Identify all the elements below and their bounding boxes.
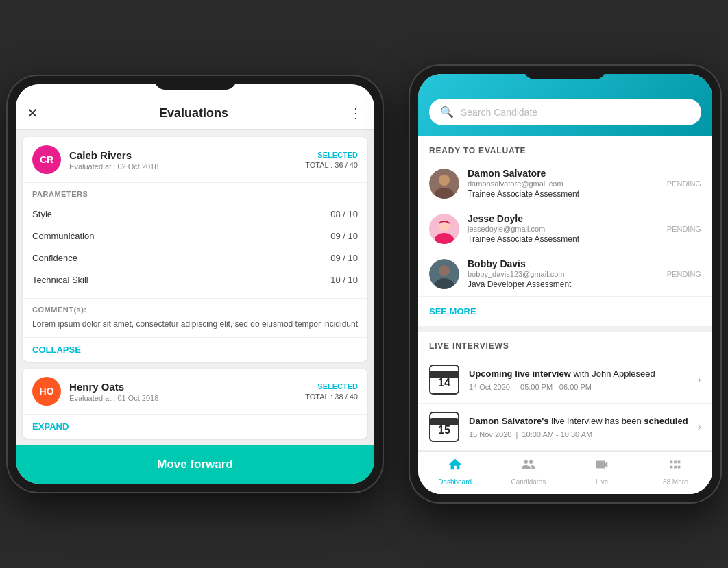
selected-badge-2: SELECTED	[305, 382, 358, 391]
eval-total-1: TOTAL : 36 / 40	[305, 161, 358, 169]
interview-time-1: 14 Oct 2020 | 05:00 PM - 06:00 PM	[469, 383, 688, 391]
candidate-email-damon: damonsalvatore@gmail.com	[468, 180, 659, 188]
search-icon: 🔍	[440, 106, 454, 119]
evaluation-card-1: CR Caleb Rivers Evaluated at : 02 Oct 20…	[23, 137, 367, 362]
candidates-svg	[521, 457, 536, 472]
candidate-item-jesse[interactable]: Jesse Doyle jessedoyle@gmail.com Trainee…	[418, 206, 712, 251]
nav-item-dashboard[interactable]: Dashboard	[418, 457, 492, 486]
svg-point-1	[439, 175, 450, 186]
search-bar[interactable]: 🔍 Search Candidate	[429, 99, 701, 125]
nav-item-live[interactable]: Live	[565, 457, 638, 486]
candidate-name-jesse: Jesse Doyle	[468, 213, 659, 224]
calendar-icon-1: 14	[429, 365, 459, 395]
more-svg	[668, 457, 683, 472]
avatar-damon	[429, 169, 459, 199]
collapse-button[interactable]: COLLAPSE	[23, 337, 367, 362]
card1-date: Evaluated at : 02 Oct 2018	[69, 162, 297, 171]
calendar-icon-2: 15	[429, 412, 459, 442]
card1-name: Caleb Rivers	[69, 149, 297, 161]
param-technical: Technical Skill 10 / 10	[32, 269, 358, 291]
candidate-assessment-bobby: Java Developer Assessment	[468, 280, 659, 289]
candidate-info-jesse: Jesse Doyle jessedoyle@gmail.com Trainee…	[468, 213, 659, 244]
param-technical-label: Technical Skill	[32, 275, 88, 285]
avatar-cr: CR	[32, 145, 61, 174]
comments-text: Lorem ipsum dolor sit amet, consectetur …	[32, 318, 358, 330]
cal-date-1: 14	[438, 378, 450, 388]
param-style: Style 08 / 10	[32, 203, 358, 225]
live-interviews-section: LIVE INTERVIEWS 14 Upcoming live intervi…	[418, 332, 712, 451]
card1-info: Caleb Rivers Evaluated at : 02 Oct 2018	[69, 149, 297, 171]
param-style-score: 08 / 10	[330, 209, 358, 219]
avatar-damon-svg	[429, 169, 459, 199]
candidate-info-bobby: Bobby Davis bobby_davis123@gmail.com Jav…	[468, 258, 659, 289]
comments-section: COMMENT(s): Lorem ipsum dolor sit amet, …	[23, 298, 367, 337]
more-icon	[668, 457, 683, 476]
param-confidence: Confidence 09 / 10	[32, 247, 358, 269]
phone-notch	[154, 76, 236, 90]
chevron-right-icon-1: ›	[698, 373, 701, 386]
comments-label: COMMENT(s):	[32, 306, 358, 314]
ready-section-title: READY TO EVALUATE	[418, 136, 712, 161]
avatar-jesse	[429, 214, 459, 244]
page-title: Evaluations	[159, 106, 228, 121]
evaluations-content: CR Caleb Rivers Evaluated at : 02 Oct 20…	[16, 130, 374, 445]
param-technical-score: 10 / 10	[330, 275, 358, 285]
see-more-button[interactable]: SEE MORE	[418, 297, 712, 332]
card1-status: SELECTED TOTAL : 36 / 40	[305, 151, 358, 169]
card2-status: SELECTED TOTAL : 38 / 40	[305, 382, 358, 401]
cal-date-2: 15	[438, 425, 450, 436]
nav-item-more[interactable]: 88 More	[639, 457, 712, 486]
svg-point-7	[439, 265, 450, 276]
nav-item-candidates[interactable]: Candidates	[492, 457, 565, 486]
interview-title-1: Upcoming live interview with John Apples…	[469, 368, 688, 380]
eval-total-2: TOTAL : 38 / 40	[305, 393, 358, 401]
nav-label-candidates: Candidates	[511, 478, 546, 486]
search-input[interactable]: Search Candidate	[461, 107, 690, 118]
candidate-email-bobby: bobby_davis123@gmail.com	[468, 270, 659, 278]
menu-icon[interactable]: ⋮	[349, 105, 363, 121]
param-confidence-label: Confidence	[32, 253, 77, 263]
pending-badge-bobby: PENDING	[667, 270, 701, 278]
expand-button[interactable]: EXPAND	[23, 415, 367, 439]
pending-badge-jesse: PENDING	[667, 225, 701, 233]
card2-name: Henry Oats	[69, 381, 297, 393]
phone-dashboard: 🔍 Search Candidate READY TO EVALUATE	[410, 66, 720, 502]
live-icon	[594, 457, 609, 476]
candidates-icon	[521, 457, 536, 476]
candidate-assessment-damon: Trainee Associate Assessment	[468, 189, 659, 199]
interview-item-1[interactable]: 14 Upcoming live interview with John App…	[418, 356, 712, 404]
candidate-name-bobby: Bobby Davis	[468, 258, 659, 269]
candidate-item-damon[interactable]: Damon Salvatore damonsalvatore@gmail.com…	[418, 161, 712, 206]
param-style-label: Style	[32, 209, 52, 219]
candidate-email-jesse: jessedoyle@gmail.com	[468, 225, 659, 233]
card2-date: Evaluated at : 01 Oct 2018	[69, 394, 297, 402]
interview-title-2: Damon Salvatore's live interview has bee…	[469, 415, 688, 428]
interview-time-2: 15 Nov 2020 | 10:00 AM - 10:30 AM	[469, 430, 688, 439]
candidate-assessment-jesse: Trainee Associate Assessment	[468, 234, 659, 244]
evaluations-screen: ✕ Evaluations ⋮ CR Caleb Rivers Evaluate…	[16, 84, 374, 484]
evaluation-card-2: HO Henry Oats Evaluated at : 01 Oct 2018…	[23, 369, 367, 439]
param-confidence-score: 09 / 10	[330, 253, 358, 263]
home-icon	[448, 457, 463, 476]
avatar-bobby-svg	[429, 259, 459, 289]
card2-info: Henry Oats Evaluated at : 01 Oct 2018	[69, 381, 297, 402]
phone-notch-2	[524, 66, 606, 79]
param-communication-label: Communication	[32, 231, 94, 241]
interview-item-2[interactable]: 15 Damon Salvatore's live interview has …	[418, 404, 712, 451]
params-label: PARAMETERS	[32, 190, 358, 198]
dashboard-header: 🔍 Search Candidate	[418, 74, 712, 136]
candidate-info-damon: Damon Salvatore damonsalvatore@gmail.com…	[468, 168, 659, 199]
pending-badge-damon: PENDING	[667, 180, 701, 188]
close-icon[interactable]: ✕	[27, 105, 38, 121]
move-forward-button[interactable]: Move forward	[16, 445, 374, 484]
home-svg	[448, 457, 463, 472]
nav-label-dashboard: Dashboard	[438, 478, 472, 486]
candidate-item-bobby[interactable]: Bobby Davis bobby_davis123@gmail.com Jav…	[418, 251, 712, 297]
nav-label-more: 88 More	[663, 478, 688, 486]
phone-evaluations: ✕ Evaluations ⋮ CR Caleb Rivers Evaluate…	[8, 76, 383, 492]
avatar-jesse-svg	[429, 214, 459, 244]
param-communication: Communication 09 / 10	[32, 225, 358, 247]
card1-header: CR Caleb Rivers Evaluated at : 02 Oct 20…	[23, 137, 367, 183]
nav-label-live: Live	[596, 478, 608, 486]
interview-info-2: Damon Salvatore's live interview has bee…	[469, 415, 688, 438]
